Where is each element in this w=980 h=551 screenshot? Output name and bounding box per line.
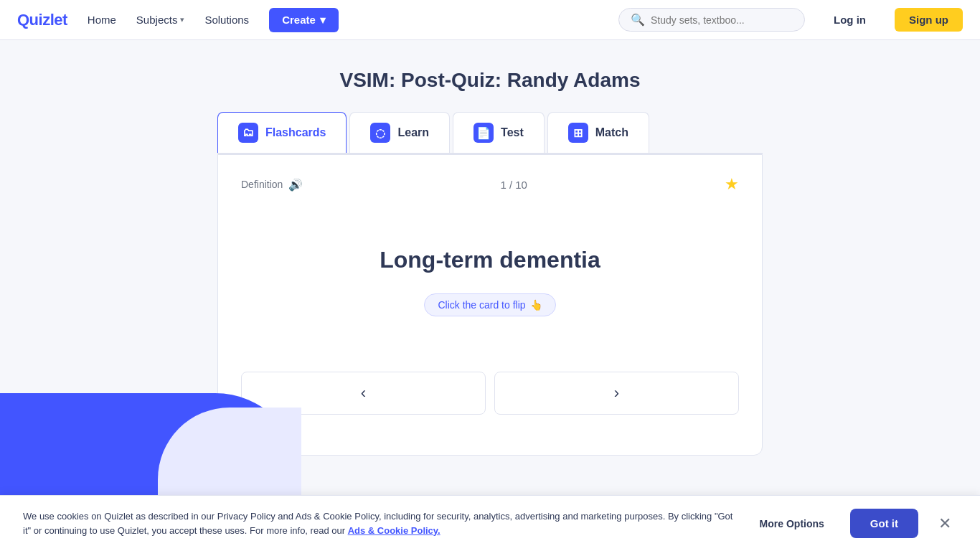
study-modes: 🗂 Flashcards ◌ Learn 📄 Test ⊞ Match	[217, 112, 763, 154]
search-input[interactable]	[651, 14, 793, 26]
navbar: Quizlet Home Subjects ▾ Solutions Create…	[0, 0, 980, 40]
search-icon: 🔍	[631, 13, 645, 27]
mode-flashcards[interactable]: 🗂 Flashcards	[217, 112, 347, 153]
flashcard-mode-label: Flashcards	[265, 126, 326, 139]
star-icon[interactable]: ★	[725, 175, 739, 194]
match-mode-label: Match	[595, 126, 628, 139]
definition-label: Definition	[241, 179, 283, 190]
test-mode-label: Test	[501, 126, 524, 139]
card-header: Definition 🔊 1 / 10 ★	[241, 175, 739, 194]
search-bar[interactable]: 🔍	[618, 8, 805, 32]
nav-home[interactable]: Home	[88, 14, 116, 26]
match-mode-icon: ⊞	[568, 123, 588, 143]
subjects-chevron-icon: ▾	[180, 15, 184, 24]
card-label: Definition 🔊	[241, 178, 303, 192]
prev-card-button[interactable]: ‹	[241, 372, 486, 415]
mode-match[interactable]: ⊞ Match	[547, 112, 649, 153]
test-mode-icon: 📄	[473, 123, 494, 143]
create-button[interactable]: Create ▾	[269, 8, 339, 32]
nav-solutions[interactable]: Solutions	[204, 14, 249, 26]
sound-icon[interactable]: 🔊	[288, 178, 303, 192]
mode-learn[interactable]: ◌ Learn	[349, 112, 450, 153]
main-content: VSIM: Post-Quiz: Randy Adams 🗂 Flashcard…	[203, 40, 777, 456]
quizlet-logo[interactable]: Quizlet	[17, 11, 67, 29]
login-button[interactable]: Log in	[825, 9, 875, 30]
mode-test[interactable]: 📄 Test	[453, 112, 545, 153]
flip-emoji-icon: 👆	[530, 299, 542, 311]
card-term: Long-term dementia	[380, 247, 600, 273]
flashcard-container[interactable]: Definition 🔊 1 / 10 ★ Long-term dementia…	[217, 154, 763, 456]
flashcard-mode-icon: 🗂	[238, 123, 258, 143]
card-counter: 1 / 10	[500, 179, 527, 191]
create-chevron-icon: ▾	[320, 14, 326, 27]
learn-mode-icon: ◌	[370, 123, 390, 143]
card-navigation: ‹ ›	[241, 372, 739, 415]
card-body[interactable]: Long-term dementia Click the card to fli…	[241, 202, 739, 360]
page-title: VSIM: Post-Quiz: Randy Adams	[217, 69, 763, 92]
learn-mode-label: Learn	[397, 126, 429, 139]
flip-hint-text: Click the card to flip	[438, 299, 525, 311]
nav-subjects[interactable]: Subjects ▾	[136, 14, 185, 26]
next-card-button[interactable]: ›	[494, 372, 739, 415]
signup-button[interactable]: Sign up	[895, 8, 963, 32]
flip-hint[interactable]: Click the card to flip 👆	[424, 293, 555, 316]
